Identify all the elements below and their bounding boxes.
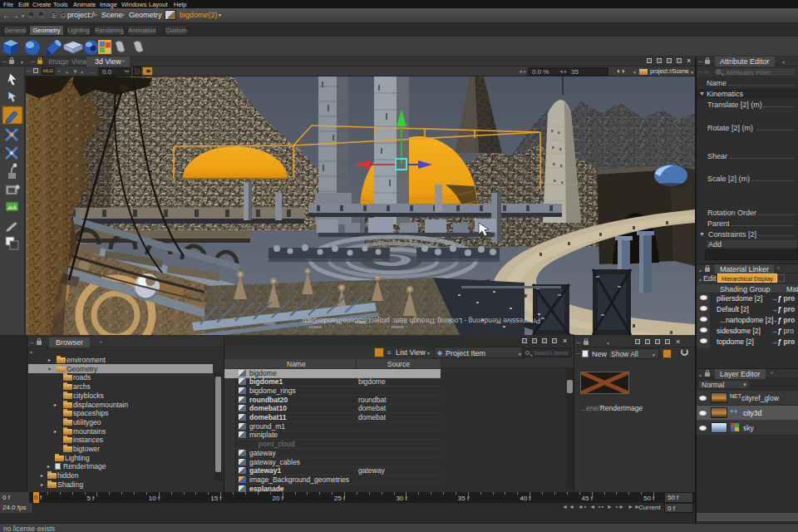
svg-text:Progressive Rendering - Lookin: Progressive Rendering - Looking Through … [303, 317, 540, 325]
